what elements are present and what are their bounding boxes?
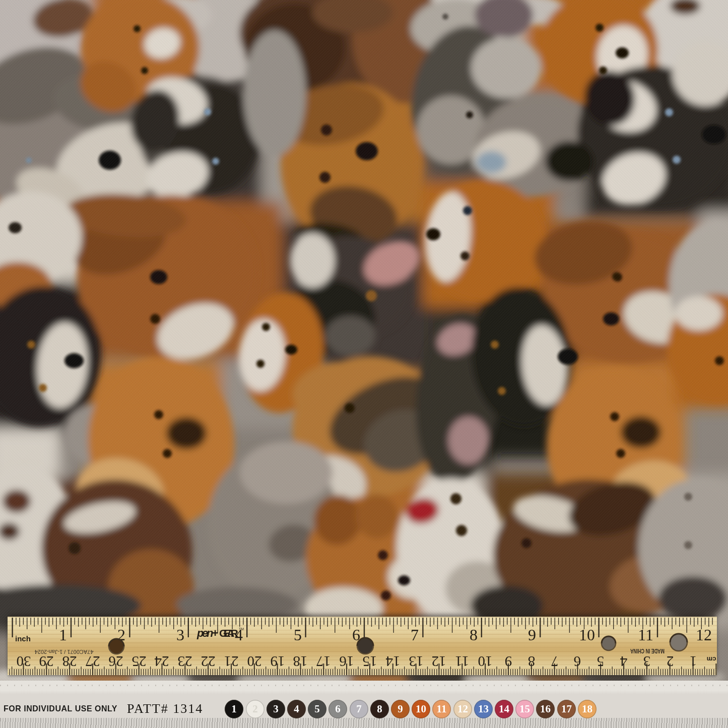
svg-text:20: 20 <box>247 653 262 670</box>
svg-text:18: 18 <box>293 653 308 670</box>
svg-text:1: 1 <box>690 653 697 670</box>
svg-text:pen+: pen+ <box>196 627 218 639</box>
svg-text:47AC0071 / 1-Jan-2024: 47AC0071 / 1-Jan-2024 <box>35 649 94 655</box>
svg-text:19: 19 <box>271 653 285 670</box>
svg-text:9: 9 <box>528 626 536 644</box>
svg-text:21: 21 <box>224 653 239 670</box>
svg-text:26: 26 <box>109 653 123 670</box>
svg-text:7: 7 <box>411 626 419 644</box>
svg-text:10: 10 <box>579 626 595 644</box>
svg-text:8: 8 <box>470 626 478 644</box>
svg-text:TM: TM <box>239 627 244 631</box>
svg-text:28: 28 <box>62 653 77 670</box>
svg-text:GEAR: GEAR <box>219 627 238 639</box>
svg-text:12: 12 <box>432 653 446 670</box>
svg-text:8: 8 <box>528 653 536 670</box>
svg-text:inch: inch <box>15 634 31 643</box>
svg-text:5: 5 <box>294 626 302 644</box>
svg-text:17: 17 <box>316 653 331 670</box>
svg-text:30: 30 <box>17 653 31 670</box>
svg-text:1: 1 <box>59 626 67 644</box>
svg-text:6: 6 <box>574 653 581 670</box>
svg-text:4: 4 <box>620 653 627 670</box>
svg-text:11: 11 <box>638 626 653 644</box>
svg-text:3: 3 <box>643 653 651 670</box>
svg-text:cm: cm <box>707 655 716 663</box>
svg-text:13: 13 <box>409 653 424 670</box>
svg-text:22: 22 <box>201 653 216 670</box>
svg-text:27: 27 <box>86 653 100 670</box>
svg-text:MADE IN CHINA: MADE IN CHINA <box>630 647 665 654</box>
svg-text:14: 14 <box>385 653 401 670</box>
svg-text:7: 7 <box>551 653 559 670</box>
svg-text:25: 25 <box>132 653 147 670</box>
svg-text:12: 12 <box>696 626 712 644</box>
svg-text:3: 3 <box>176 626 184 644</box>
svg-text:10: 10 <box>478 653 493 670</box>
svg-text:15: 15 <box>363 653 377 670</box>
svg-text:2: 2 <box>667 653 674 670</box>
svg-text:5: 5 <box>597 653 605 670</box>
svg-text:24: 24 <box>154 653 169 670</box>
svg-text:11: 11 <box>455 653 469 670</box>
svg-text:23: 23 <box>178 653 192 670</box>
svg-text:16: 16 <box>340 653 354 670</box>
svg-text:9: 9 <box>505 653 512 670</box>
svg-text:29: 29 <box>39 653 54 670</box>
